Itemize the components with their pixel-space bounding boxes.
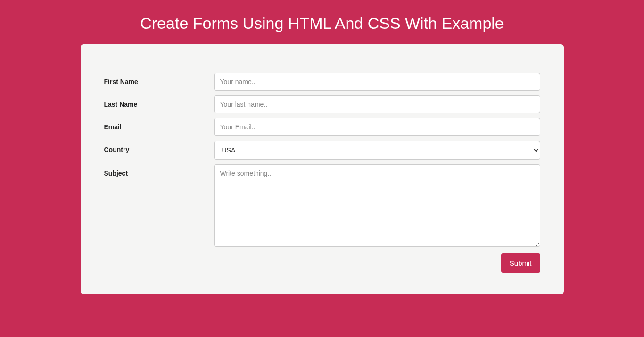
form-row-country: Country USA bbox=[104, 141, 540, 160]
form-row-lname: Last Name bbox=[104, 95, 540, 113]
submit-button[interactable]: Submit bbox=[501, 253, 540, 273]
lname-label: Last Name bbox=[104, 101, 138, 108]
subject-label: Subject bbox=[104, 169, 128, 177]
form-row-email: Email bbox=[104, 118, 540, 136]
email-input[interactable] bbox=[214, 118, 540, 136]
lname-input[interactable] bbox=[214, 95, 540, 113]
fname-input[interactable] bbox=[214, 73, 540, 91]
fname-label: First Name bbox=[104, 78, 138, 85]
country-label: Country bbox=[104, 146, 130, 153]
country-select[interactable]: USA bbox=[214, 141, 540, 160]
page-title: Create Forms Using HTML And CSS With Exa… bbox=[0, 0, 644, 44]
form-row-subject: Subject bbox=[104, 164, 540, 249]
submit-row: Submit bbox=[104, 253, 540, 273]
form-row-fname: First Name bbox=[104, 73, 540, 91]
email-label: Email bbox=[104, 123, 122, 131]
form-container: First Name Last Name Email Country USA bbox=[81, 44, 564, 294]
subject-textarea[interactable] bbox=[214, 164, 540, 247]
